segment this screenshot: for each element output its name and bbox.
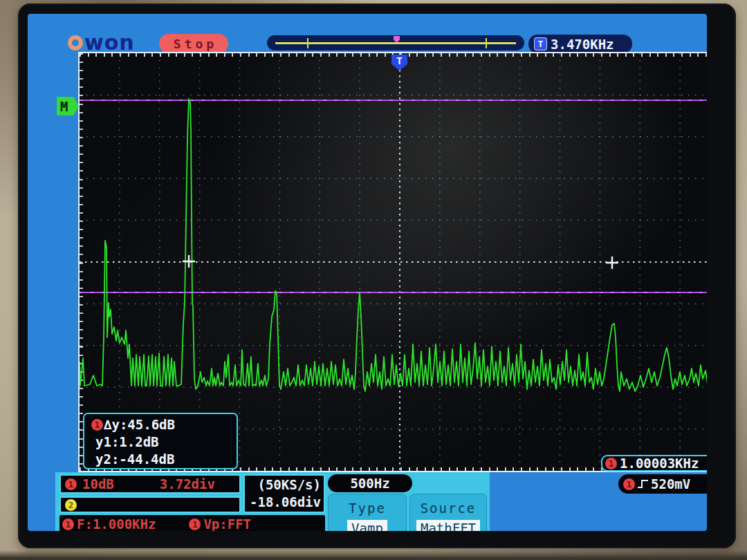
measure-delta-y: ∆y:45.6dB <box>104 416 175 433</box>
record-position-line <box>275 42 516 44</box>
stop-button[interactable]: Stop <box>159 34 228 53</box>
menu-source-button[interactable]: Source MathFFT <box>409 494 487 531</box>
rising-edge-icon <box>637 478 649 490</box>
vp-badge: 1 <box>189 519 201 530</box>
sample-info-box: (50KS/s) -18.06div <box>243 474 325 513</box>
cursor-freq-readout: 1 1.00003KHz <box>601 455 707 472</box>
trigger-freq-readout: T 3.470KHz <box>528 35 632 53</box>
fft-trace <box>80 99 707 391</box>
cursor-freq-badge: 1 <box>605 458 617 469</box>
trigger-freq-value: 3.470KHz <box>551 37 614 52</box>
logo-text: won <box>84 34 135 52</box>
ch1-badge: 1 <box>65 478 77 490</box>
logo-o-icon <box>68 35 83 50</box>
measure-channel-badge: 1 <box>91 419 103 431</box>
trigger-level-readout: 1 520mV <box>618 474 707 494</box>
math-position-marker[interactable]: M <box>57 97 79 115</box>
sample-rate: (50KS/s) <box>257 476 321 494</box>
record-left-tick <box>307 38 308 48</box>
trigger-level-badge: 1 <box>623 478 635 490</box>
ch1-position: 3.72div <box>160 476 215 492</box>
ch2-badge: 2 <box>65 499 77 511</box>
cursor-measure-box: 1∆y:45.6dB y1:1.2dB y2:-44.4dB <box>83 413 238 469</box>
freq-measure-value: F:1.000KHz <box>77 516 156 531</box>
menu-source-value: MathFFT <box>416 520 480 531</box>
display-grid: T 1∆y:45.6dB y1:1.2dB y2:-44.4dB 1 1.000… <box>78 52 707 472</box>
ch1-status-box: 1 10dB 3.72div <box>59 474 241 494</box>
sample-position: -18.06div <box>250 494 321 511</box>
cursor-cross-icon <box>606 256 618 269</box>
ch1-scale: 10dB <box>82 476 114 492</box>
menu-type-label: Type <box>349 501 386 516</box>
cursor-cross-icon <box>183 255 195 268</box>
menu-type-value: Vamp <box>347 520 387 531</box>
ch2-status-box: 2 <box>59 496 241 513</box>
freq-measure-badge: 1 <box>62 519 74 530</box>
trigger-icon: T <box>534 37 547 50</box>
record-position-bar[interactable] <box>267 35 524 50</box>
scope-screen: won Stop T 3.470KHz T 1∆y:45.6dB y1:1.2d… <box>28 14 707 531</box>
freq-measure-bar: 1 F:1.000KHz 1 Vp:FFT <box>59 515 325 531</box>
menu-type-button[interactable]: Type Vamp <box>328 494 407 531</box>
cursor-freq-value: 1.00003KHz <box>620 456 699 471</box>
fft-chart <box>80 53 707 471</box>
menu-source-label: Source <box>421 501 477 516</box>
fft-hz-per-div: 500Hz <box>328 474 412 492</box>
record-right-tick <box>486 38 487 48</box>
brand-logo: won <box>68 32 135 54</box>
photo-bottom-shadow <box>0 550 747 560</box>
measure-y2: y2:-44.4dB <box>91 451 237 468</box>
measure-y1: y1:1.2dB <box>91 433 237 451</box>
trigger-level-value: 520mV <box>651 476 690 492</box>
vp-value: Vp:FFT <box>203 516 251 531</box>
